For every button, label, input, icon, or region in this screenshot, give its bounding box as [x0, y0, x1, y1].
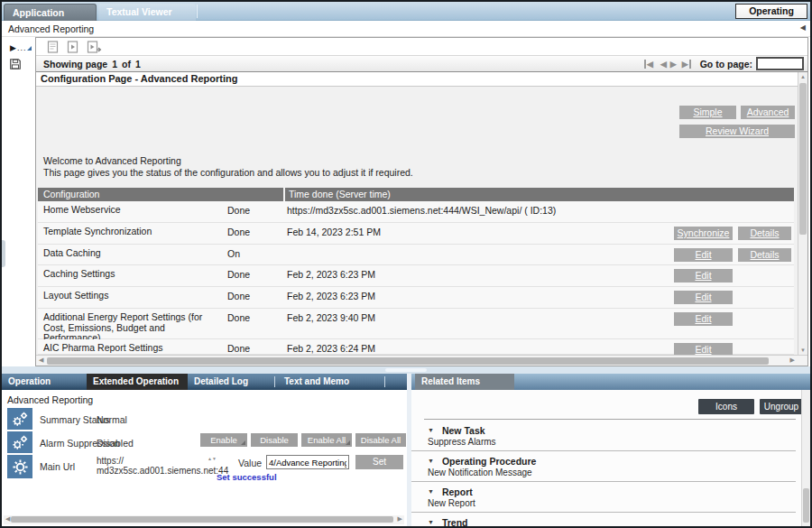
- horizontal-scrollbar[interactable]: ◀ ▶: [36, 355, 807, 366]
- divider: [411, 481, 796, 482]
- welcome-line-2: This page gives you the status of the co…: [43, 167, 413, 179]
- config-time: Feb 2, 2023 6:24 PM: [287, 343, 375, 354]
- table-row: Additional Energy Report Settings (for C…: [38, 309, 794, 339]
- dropdown-corner-icon: [346, 440, 350, 445]
- scroll-up-icon[interactable]: ▲: [798, 74, 807, 79]
- related-item[interactable]: Suppress Alarms: [424, 437, 796, 449]
- page-title: Configuration Page - Advanced Reporting: [36, 72, 807, 87]
- value-spinner[interactable]: ▲▼: [208, 457, 215, 461]
- related-item[interactable]: New Report: [424, 498, 796, 510]
- run-export-icon[interactable]: [87, 41, 102, 53]
- collapse-triangle-icon[interactable]: ▼: [428, 488, 434, 495]
- collapse-triangle-icon[interactable]: ▼: [428, 519, 434, 525]
- config-name: Layout Settings: [43, 291, 220, 301]
- application-window: Application Viewer Textual Viewer Operat…: [0, 0, 812, 528]
- ungroup-button[interactable]: Ungroup: [760, 399, 803, 414]
- edit-button[interactable]: Edit: [674, 343, 733, 355]
- details-button[interactable]: Details: [738, 227, 791, 240]
- chevron-left-icon[interactable]: ◀: [800, 23, 806, 32]
- divider: [424, 419, 796, 420]
- vertical-scrollbar[interactable]: ▲ ▼: [798, 72, 807, 355]
- disable-all-button[interactable]: Disable All: [355, 433, 406, 447]
- collapse-triangle-icon[interactable]: ▼: [428, 458, 434, 464]
- set-button[interactable]: Set: [355, 455, 403, 469]
- goto-page-input[interactable]: [756, 57, 804, 70]
- run-page-icon[interactable]: [67, 41, 78, 53]
- scrollbar-thumb[interactable]: [803, 488, 809, 523]
- tab-detailed-log[interactable]: Detailed Log: [188, 374, 273, 390]
- operation-tab-bar: Operation Extended Operation Detailed Lo…: [2, 374, 407, 390]
- table-header: Configuration Time done (Server time): [38, 188, 794, 201]
- edit-button[interactable]: Edit: [674, 312, 733, 326]
- related-item[interactable]: New Notification Message: [424, 468, 796, 479]
- collapse-triangle-icon[interactable]: ▼: [428, 427, 434, 433]
- gears-icon: [7, 408, 32, 430]
- table-row: Caching Settings Done Feb 2, 2023 6:23 P…: [38, 265, 794, 287]
- config-status: Done: [227, 312, 250, 323]
- group-header[interactable]: ▼ Report: [424, 485, 796, 498]
- tab-application-viewer[interactable]: Application Viewer: [4, 4, 97, 21]
- breadcrumb: Advanced Reporting: [8, 23, 94, 34]
- report-side-toolbar: ▶...: [2, 37, 35, 366]
- configuration-table: Configuration Time done (Server time) Ho…: [38, 188, 794, 355]
- scroll-left-icon[interactable]: ◀: [39, 357, 43, 364]
- edit-button[interactable]: Edit: [674, 269, 733, 283]
- tab-operation[interactable]: Operation: [2, 374, 87, 390]
- export-report-icon[interactable]: [47, 41, 59, 53]
- details-button[interactable]: Details: [738, 248, 791, 262]
- scroll-right-icon[interactable]: ▶: [398, 515, 402, 523]
- save-icon[interactable]: [9, 58, 22, 70]
- scrollbar-thumb[interactable]: [799, 83, 807, 235]
- edit-button[interactable]: Edit: [674, 291, 733, 304]
- enable-button[interactable]: Enable: [200, 433, 247, 447]
- property-row-main-url: Main Url https:// md3zx5sc.ad001.siemens…: [2, 455, 407, 486]
- operating-mode-button[interactable]: Operating: [735, 4, 807, 19]
- last-page-icon[interactable]: ▶: [682, 60, 691, 69]
- group-header[interactable]: ▼ Trend: [424, 515, 796, 528]
- property-value: Normal: [97, 414, 127, 425]
- tab-related-items[interactable]: Related Items: [415, 374, 514, 390]
- scroll-right-icon[interactable]: ▶: [790, 357, 795, 364]
- next-page-icon[interactable]: ▶: [670, 60, 677, 69]
- tab-extended-operation[interactable]: Extended Operation: [87, 374, 188, 390]
- panel-collapse-handle[interactable]: [2, 240, 5, 267]
- config-status: Done: [227, 227, 250, 237]
- page-status-bar: Showing page 1 of 1 ◀ ◀ ▶ ▶ Go to page:: [36, 56, 807, 72]
- property-row-summary-status: Summary Status Normal: [2, 408, 407, 431]
- simple-mode-button[interactable]: Simple: [679, 106, 736, 119]
- splitter-handle[interactable]: [385, 368, 427, 372]
- scroll-left-icon[interactable]: ◀: [5, 515, 10, 523]
- previous-page-icon[interactable]: ◀: [660, 60, 667, 69]
- group-header[interactable]: ▼ New Task: [424, 423, 796, 437]
- table-row: Data Caching On Edit Details: [38, 245, 794, 265]
- run-report-icon[interactable]: ▶...: [10, 43, 32, 52]
- config-status: Done: [227, 343, 250, 354]
- group-title: Report: [442, 486, 473, 497]
- advanced-mode-button[interactable]: Advanced: [741, 106, 795, 119]
- tab-text-and-memo[interactable]: Text and Memo: [278, 374, 364, 390]
- breadcrumb-row: Advanced Reporting ◀: [2, 21, 810, 37]
- horizontal-splitter[interactable]: [2, 366, 810, 374]
- main-url-input[interactable]: [266, 455, 349, 469]
- review-wizard-button[interactable]: Review Wizard: [679, 125, 795, 138]
- icons-view-button[interactable]: Icons: [698, 399, 754, 414]
- first-page-icon[interactable]: ◀: [644, 60, 653, 69]
- scroll-down-icon[interactable]: ▼: [798, 347, 807, 353]
- operation-horizontal-scrollbar[interactable]: ◀ ▶: [4, 515, 404, 524]
- config-time: Feb 2, 2023 6:23 PM: [287, 291, 375, 301]
- scrollbar-thumb[interactable]: [11, 516, 393, 523]
- tab-textual-viewer[interactable]: Textual Viewer: [98, 4, 196, 21]
- config-status: On: [227, 248, 240, 259]
- group-header[interactable]: ▼ Operating Procedure: [424, 454, 796, 468]
- edit-button[interactable]: Edit: [674, 248, 733, 262]
- value-label: Value: [238, 458, 262, 468]
- config-name: Home Webservice: [43, 205, 220, 216]
- group-title: Trend: [442, 517, 468, 528]
- related-items-vertical-scrollbar[interactable]: [801, 390, 810, 526]
- synchronize-button[interactable]: Synchronize: [674, 227, 733, 240]
- scrollbar-thumb[interactable]: [47, 357, 769, 365]
- disable-button[interactable]: Disable: [251, 433, 298, 447]
- related-group: ▼ New Task Suppress Alarms: [424, 423, 796, 451]
- column-header-configuration: Configuration: [38, 188, 283, 201]
- enable-all-button[interactable]: Enable All: [301, 433, 352, 447]
